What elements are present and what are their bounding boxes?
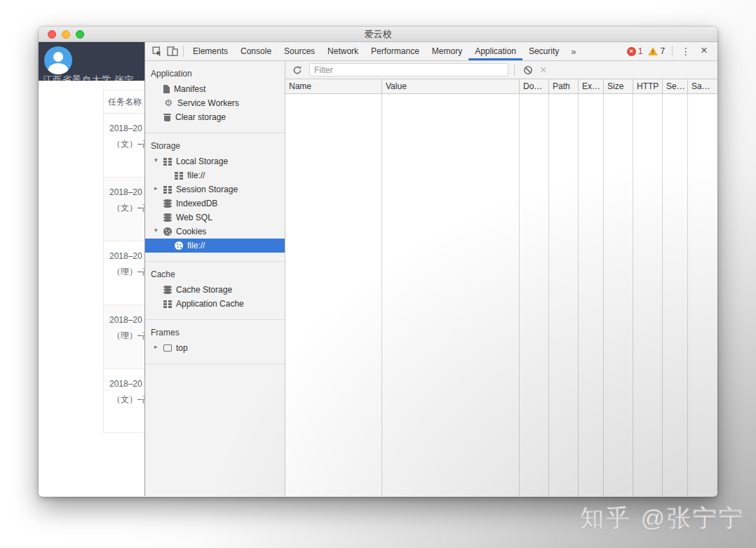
sidebar-item-indexeddb[interactable]: IndexedDB bbox=[145, 196, 285, 210]
tab-performance[interactable]: Performance bbox=[365, 42, 426, 60]
window-titlebar[interactable]: 爱云校 bbox=[39, 27, 717, 42]
sidebar-item-file[interactable]: file:// bbox=[145, 168, 285, 182]
devtools-close-icon[interactable]: × bbox=[696, 44, 713, 59]
tab-elements[interactable]: Elements bbox=[187, 42, 234, 60]
webpage-strip: 江西省景自大学 张宁 任务名称 2018–20（文）–高2018–20（文）–高… bbox=[39, 42, 144, 496]
column-body-name bbox=[285, 94, 382, 496]
close-window-button[interactable] bbox=[48, 30, 56, 39]
sidebar-item-application-cache[interactable]: Application Cache bbox=[145, 297, 285, 311]
sidebar-item-label: file:// bbox=[187, 171, 205, 180]
task-date: 2018–20 bbox=[109, 251, 144, 261]
sidebar-item-file[interactable]: file:// bbox=[145, 239, 285, 253]
sidebar-section-cache: CacheCache StorageApplication Cache bbox=[145, 262, 285, 320]
column-body-sa bbox=[688, 94, 717, 496]
task-row[interactable]: 2018–20（理）–高 bbox=[104, 241, 144, 305]
column-body-do bbox=[520, 94, 549, 496]
column-header-path[interactable]: Path bbox=[549, 79, 579, 93]
column-header-ex[interactable]: Ex… bbox=[579, 79, 604, 93]
devtools-panel: ElementsConsoleSourcesNetworkPerformance… bbox=[144, 42, 717, 496]
column-body-path bbox=[549, 94, 579, 496]
sidebar-item-service-workers[interactable]: ⚙Service Workers bbox=[145, 96, 285, 110]
tab-sources[interactable]: Sources bbox=[278, 42, 321, 60]
tab-memory[interactable]: Memory bbox=[426, 42, 468, 60]
doc-icon bbox=[163, 85, 170, 93]
clear-filter-icon[interactable]: × bbox=[536, 64, 551, 76]
task-row[interactable]: 2018–20（理）–高 bbox=[104, 305, 144, 369]
tab-security[interactable]: Security bbox=[522, 42, 565, 60]
column-header-size[interactable]: Size bbox=[604, 79, 633, 93]
clear-all-icon[interactable] bbox=[520, 62, 536, 78]
sidebar-item-session-storage[interactable]: ▸Session Storage bbox=[145, 182, 285, 196]
sidebar-item-label: Manifest bbox=[174, 84, 205, 94]
sidebar-item-label: Local Storage bbox=[176, 156, 228, 166]
tab-network[interactable]: Network bbox=[321, 42, 365, 60]
sidebar-item-cookies[interactable]: ▾Cookies bbox=[145, 225, 285, 239]
sidebar-item-label: Application Cache bbox=[176, 299, 244, 309]
device-toolbar-icon[interactable] bbox=[165, 44, 180, 59]
expanded-arrow-icon[interactable]: ▾ bbox=[154, 227, 158, 234]
table-icon bbox=[163, 186, 172, 194]
sidebar-item-cache-storage[interactable]: Cache Storage bbox=[145, 283, 285, 297]
column-header-sa[interactable]: Sa… bbox=[688, 79, 717, 93]
column-body-se bbox=[663, 94, 688, 496]
sidebar-item-clear-storage[interactable]: Clear storage bbox=[145, 110, 285, 124]
cookie-icon bbox=[175, 241, 183, 250]
zoom-window-button[interactable] bbox=[76, 30, 84, 39]
task-list-header: 任务名称 bbox=[104, 91, 144, 114]
section-title: Storage bbox=[145, 138, 285, 154]
column-header-do[interactable]: Do… bbox=[520, 79, 549, 93]
app-window: 爱云校 江西省景自大学 张宁 任务名称 2018–20（文）–高2018–20（… bbox=[39, 27, 717, 497]
task-date: 2018–20 bbox=[109, 315, 144, 325]
column-header-name[interactable]: Name bbox=[285, 79, 382, 93]
sidebar-item-web-sql[interactable]: Web SQL bbox=[145, 210, 285, 225]
task-row[interactable]: 2018–20（文）–高 bbox=[104, 178, 144, 241]
tab-console[interactable]: Console bbox=[234, 42, 278, 60]
sidebar-item-local-storage[interactable]: ▾Local Storage bbox=[145, 154, 285, 168]
minimize-window-button[interactable] bbox=[62, 30, 70, 39]
error-count[interactable]: 1 bbox=[638, 46, 643, 56]
sidebar-item-label: Web SQL bbox=[176, 213, 212, 222]
expanded-arrow-icon[interactable]: ▾ bbox=[154, 156, 158, 163]
column-header-se[interactable]: Se… bbox=[663, 79, 688, 93]
task-row[interactable]: 2018–20（文）–高 bbox=[104, 114, 144, 178]
task-subject: （理）–高 bbox=[112, 266, 144, 278]
column-body-http bbox=[633, 94, 663, 496]
column-header-http[interactable]: HTTP bbox=[633, 79, 663, 93]
toolbar-divider bbox=[183, 46, 184, 57]
section-title: Application bbox=[145, 65, 285, 82]
task-subject: （文）–高 bbox=[112, 202, 144, 214]
task-row[interactable]: 2018–20（文）–高 bbox=[104, 369, 144, 433]
sidebar-item-top[interactable]: ▸top bbox=[145, 341, 285, 355]
warning-icon[interactable]: ! bbox=[648, 47, 658, 55]
filter-input[interactable] bbox=[309, 63, 508, 76]
more-tabs-chevron-icon[interactable]: » bbox=[565, 46, 581, 57]
refresh-icon[interactable] bbox=[290, 62, 305, 78]
warning-count[interactable]: 7 bbox=[660, 46, 665, 56]
sidebar-item-manifest[interactable]: Manifest bbox=[145, 82, 285, 96]
badge-divider bbox=[672, 46, 673, 57]
task-date: 2018–20 bbox=[109, 123, 144, 133]
tab-application[interactable]: Application bbox=[468, 42, 522, 60]
sidebar-section-frames: Frames▸top bbox=[145, 320, 285, 364]
task-list: 2018–20（文）–高2018–20（文）–高2018–20（理）–高2018… bbox=[104, 114, 144, 433]
collapsed-arrow-icon[interactable]: ▸ bbox=[154, 343, 158, 350]
cookies-filterbar: × bbox=[285, 61, 717, 79]
sidebar-item-label: Cookies bbox=[176, 227, 206, 236]
devtools-menu-icon[interactable]: ⋮ bbox=[675, 46, 696, 57]
watermark-text: 知乎 @张宁宁 bbox=[580, 502, 745, 535]
window-title: 爱云校 bbox=[39, 28, 717, 41]
cookies-table-body bbox=[285, 94, 717, 496]
inspect-element-icon[interactable] bbox=[149, 44, 165, 59]
section-title: Cache bbox=[145, 266, 285, 283]
devtools-tabs: ElementsConsoleSourcesNetworkPerformance… bbox=[187, 42, 565, 60]
task-date: 2018–20 bbox=[109, 187, 144, 197]
table-icon bbox=[175, 172, 183, 180]
error-icon[interactable]: × bbox=[627, 47, 636, 56]
db-icon bbox=[163, 286, 172, 294]
user-avatar-icon[interactable] bbox=[44, 46, 72, 74]
collapsed-arrow-icon[interactable]: ▸ bbox=[154, 185, 158, 192]
sidebar-item-label: Cache Storage bbox=[176, 285, 232, 295]
user-school-text: 江西省景自大学 张宁 bbox=[43, 74, 135, 81]
column-header-value[interactable]: Value bbox=[382, 79, 520, 93]
column-body-ex bbox=[579, 94, 604, 496]
